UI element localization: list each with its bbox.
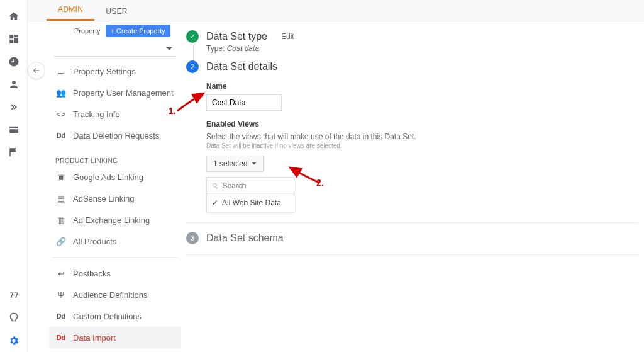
nav-label: Data Deletion Requests — [73, 131, 159, 140]
views-option-label: All Web Site Data — [222, 198, 281, 207]
nav-label: Property User Management — [73, 88, 174, 98]
property-label: Property — [74, 27, 101, 35]
type-value: Cost data — [227, 44, 259, 53]
annotation-2: 2. — [316, 178, 324, 188]
property-nav: ▭Property Settings 👥Property User Manage… — [49, 60, 181, 348]
nav-all-products[interactable]: 🔗All Products — [49, 230, 181, 252]
top-nav: ADMIN USER — [28, 0, 644, 21]
nav-label: Data Import — [73, 333, 116, 343]
views-selected-button[interactable]: 1 selected — [206, 156, 264, 172]
settings-icon: ▭ — [55, 67, 67, 76]
tab-user[interactable]: USER — [94, 7, 139, 21]
link-icon: 🔗 — [55, 237, 67, 246]
adsense-icon: ▤ — [55, 194, 67, 203]
nav-adexchange[interactable]: ▥Ad Exchange Linking — [49, 209, 181, 230]
views-dropdown: ✓ All Web Site Data — [206, 177, 294, 212]
step-1-badge-done — [186, 30, 199, 43]
check-icon: ✓ — [212, 198, 218, 207]
nav-label: Postbacks — [73, 269, 111, 278]
wizard-main: Data Set type Edit Type: Cost data 2 Dat… — [186, 30, 638, 255]
step-3-row: 3 Data Set schema — [186, 232, 638, 244]
expand-icon[interactable] — [6, 99, 21, 115]
nav-label: Custom Definitions — [73, 312, 142, 321]
views-section: Enabled Views Select the views that will… — [206, 120, 638, 212]
attribution-icon[interactable] — [6, 288, 21, 303]
section-divider — [186, 222, 638, 223]
step-1-edit-link[interactable]: Edit — [281, 32, 294, 41]
create-property-button[interactable]: + Create Property — [106, 25, 170, 37]
product-linking-header: PRODUCT LINKING — [49, 146, 181, 166]
step-1-type: Type: Cost data — [206, 44, 638, 53]
views-selected-label: 1 selected — [213, 159, 248, 168]
nav-google-ads[interactable]: ▣Google Ads Linking — [49, 166, 181, 188]
postbacks-icon: ↩ — [55, 269, 67, 278]
left-nav-rail — [0, 0, 28, 352]
clock-icon[interactable] — [6, 54, 21, 69]
annotation-1: 1. — [169, 106, 176, 116]
step-2-row: 2 Data Set details — [186, 60, 638, 73]
views-search-row — [207, 178, 294, 194]
card-icon[interactable] — [6, 122, 21, 137]
step-1-row: Data Set type Edit — [186, 30, 638, 43]
nav-audience[interactable]: ΨAudience Definitions — [49, 284, 181, 305]
nav-custom-def[interactable]: DdCustom Definitions — [49, 305, 181, 327]
nav-label: Audience Definitions — [73, 290, 148, 300]
chevron-down-icon — [252, 161, 257, 166]
tab-admin[interactable]: ADMIN — [47, 5, 94, 21]
property-selector[interactable] — [54, 42, 176, 57]
step-1-title: Data Set type — [206, 31, 267, 42]
dd-icon: Dd — [55, 132, 67, 139]
nav-label: Google Ads Linking — [73, 173, 143, 182]
admin-gear-icon[interactable] — [6, 333, 21, 348]
nav-divider — [53, 257, 177, 258]
nav-tracking-info[interactable]: <>Tracking Info — [49, 103, 181, 125]
nav-postbacks[interactable]: ↩Postbacks — [49, 263, 181, 284]
name-input[interactable] — [206, 94, 282, 111]
nav-data-deletion[interactable]: DdData Deletion Requests — [49, 125, 181, 146]
audience-icon: Ψ — [55, 290, 67, 300]
ads-icon: ▣ — [55, 173, 67, 182]
flag-icon[interactable] — [6, 145, 21, 160]
nav-adsense[interactable]: ▤AdSense Linking — [49, 188, 181, 209]
nav-data-import[interactable]: DdData Import — [49, 327, 181, 348]
enabled-views-label: Enabled Views — [206, 120, 638, 128]
enabled-views-help2: Data Set will be inactive if no views ar… — [206, 142, 638, 149]
type-label: Type: — [206, 44, 227, 53]
nav-label: AdSense Linking — [73, 194, 135, 203]
enabled-views-help: Select the views that will make use of t… — [206, 132, 638, 141]
dashboard-icon[interactable] — [6, 31, 21, 47]
nav-user-management[interactable]: 👥Property User Management — [49, 82, 181, 103]
nav-label: Tracking Info — [73, 110, 120, 119]
section-divider-2 — [186, 254, 638, 255]
person-icon[interactable] — [6, 77, 21, 92]
search-icon — [212, 182, 218, 190]
dd-icon: Dd — [55, 334, 67, 341]
dd-icon: Dd — [55, 312, 67, 320]
home-icon[interactable] — [6, 9, 21, 24]
nav-label: Property Settings — [73, 67, 136, 76]
name-section: Name — [206, 82, 638, 111]
nav-label: All Products — [73, 237, 116, 246]
adexchange-icon: ▥ — [55, 215, 67, 225]
step-3-badge: 3 — [186, 232, 199, 244]
name-label: Name — [206, 82, 638, 91]
discover-icon[interactable] — [6, 310, 21, 326]
step-2-title: Data Set details — [206, 61, 277, 72]
nav-property-settings[interactable]: ▭Property Settings — [49, 60, 181, 82]
step-2-badge: 2 — [186, 60, 199, 73]
step-3-title: Data Set schema — [206, 232, 284, 244]
views-search-input[interactable] — [222, 181, 289, 190]
code-icon: <> — [55, 110, 67, 119]
admin-side-panel: Property + Create Property ▭Property Set… — [49, 21, 181, 352]
people-icon: 👥 — [55, 88, 67, 98]
views-option-all-website-data[interactable]: ✓ All Web Site Data — [207, 194, 294, 212]
back-button[interactable] — [28, 62, 45, 79]
nav-label: Ad Exchange Linking — [73, 215, 150, 225]
